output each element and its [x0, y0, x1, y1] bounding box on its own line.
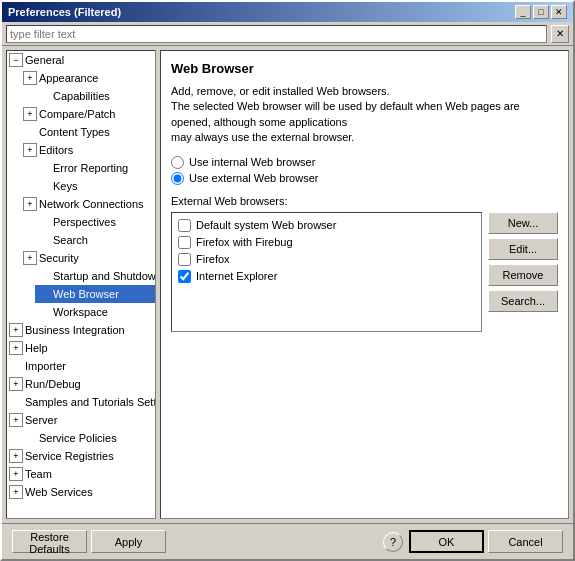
tree-item-help[interactable]: + Help: [7, 339, 155, 357]
remove-button[interactable]: Remove: [488, 264, 558, 286]
apply-button[interactable]: Apply: [91, 530, 166, 553]
tree-label-team: Team: [25, 468, 52, 480]
tree-label-business-integration: Business Integration: [25, 324, 125, 336]
tree-item-service-registries[interactable]: + Service Registries: [7, 447, 155, 465]
browser-item-firefox[interactable]: Firefox: [176, 251, 477, 268]
section-title: Web Browser: [171, 61, 558, 76]
expander-help[interactable]: +: [9, 341, 23, 355]
browsers-panel[interactable]: Default system Web browser Firefox with …: [171, 212, 482, 332]
tree-item-web-services[interactable]: + Web Services: [7, 483, 155, 501]
expander-web-browser: [37, 287, 51, 301]
tree-item-capabilities[interactable]: Capabilities: [35, 87, 155, 105]
expander-general[interactable]: −: [9, 53, 23, 67]
main-content: − General + Appearance Capabilities: [2, 46, 573, 523]
tree-item-general[interactable]: − General: [7, 51, 155, 69]
expander-editors[interactable]: +: [23, 143, 37, 157]
browser-checkbox-default[interactable]: [178, 219, 191, 232]
browser-label-firebug: Firefox with Firebug: [196, 236, 293, 248]
right-buttons: New... Edit... Remove Search...: [488, 212, 558, 336]
cancel-button[interactable]: Cancel: [488, 530, 563, 553]
window-title: Preferences (Filtered): [8, 6, 121, 18]
help-button[interactable]: ?: [383, 532, 403, 552]
description: Add, remove, or edit installed Web brows…: [171, 84, 558, 146]
tree-label-web-services: Web Services: [25, 486, 93, 498]
expander-appearance[interactable]: +: [23, 71, 37, 85]
browser-item-firebug[interactable]: Firefox with Firebug: [176, 234, 477, 251]
expander-service-registries[interactable]: +: [9, 449, 23, 463]
expander-perspectives: [37, 215, 51, 229]
tree-item-error-reporting[interactable]: Error Reporting: [35, 159, 155, 177]
tree-label-editors: Editors: [39, 144, 73, 156]
browser-checkbox-ie[interactable]: [178, 270, 191, 283]
radio-item-external[interactable]: Use external Web browser: [171, 172, 558, 185]
radio-group: Use internal Web browser Use external We…: [171, 156, 558, 185]
browser-checkbox-firefox[interactable]: [178, 253, 191, 266]
maximize-button[interactable]: □: [533, 5, 549, 19]
tree-item-editors[interactable]: + Editors: [21, 141, 155, 159]
expander-workspace: [37, 305, 51, 319]
browser-label-default: Default system Web browser: [196, 219, 336, 231]
expander-samples: [9, 395, 23, 409]
minimize-button[interactable]: _: [515, 5, 531, 19]
ok-button[interactable]: OK: [409, 530, 484, 553]
filter-input[interactable]: [6, 25, 547, 43]
tree-item-content-types[interactable]: Content Types: [21, 123, 155, 141]
tree-label-content-types: Content Types: [39, 126, 110, 138]
preferences-window: Preferences (Filtered) _ □ ✕ ✕ − General: [0, 0, 575, 561]
tree-item-compare-patch[interactable]: + Compare/Patch: [21, 105, 155, 123]
tree-label-startup-shutdown: Startup and Shutdown: [53, 270, 156, 282]
expander-run-debug[interactable]: +: [9, 377, 23, 391]
browser-item-ie[interactable]: Internet Explorer: [176, 268, 477, 285]
tree-label-security: Security: [39, 252, 79, 264]
expander-content-types: [23, 125, 37, 139]
tree-item-samples[interactable]: Samples and Tutorials Settings: [7, 393, 155, 411]
tree-item-search[interactable]: Search: [35, 231, 155, 249]
tree-item-importer[interactable]: Importer: [7, 357, 155, 375]
tree-item-team[interactable]: + Team: [7, 465, 155, 483]
tree-label-perspectives: Perspectives: [53, 216, 116, 228]
bottom-bar: Restore Defaults Apply ? OK Cancel: [2, 523, 573, 559]
edit-button[interactable]: Edit...: [488, 238, 558, 260]
expander-compare-patch[interactable]: +: [23, 107, 37, 121]
tree-item-security[interactable]: + Security: [21, 249, 155, 267]
expander-keys: [37, 179, 51, 193]
clear-filter-button[interactable]: ✕: [551, 25, 569, 43]
restore-defaults-button[interactable]: Restore Defaults: [12, 530, 87, 553]
tree-item-service-policies[interactable]: Service Policies: [21, 429, 155, 447]
tree-label-search: Search: [53, 234, 88, 246]
radio-item-internal[interactable]: Use internal Web browser: [171, 156, 558, 169]
browsers-section: Default system Web browser Firefox with …: [171, 212, 558, 336]
expander-server[interactable]: +: [9, 413, 23, 427]
expander-web-services[interactable]: +: [9, 485, 23, 499]
tree-item-workspace[interactable]: Workspace: [35, 303, 155, 321]
browser-checkbox-firebug[interactable]: [178, 236, 191, 249]
radio-internal[interactable]: [171, 156, 184, 169]
close-button[interactable]: ✕: [551, 5, 567, 19]
browser-item-default[interactable]: Default system Web browser: [176, 217, 477, 234]
search-button[interactable]: Search...: [488, 290, 558, 312]
tree-label-run-debug: Run/Debug: [25, 378, 81, 390]
tree-item-perspectives[interactable]: Perspectives: [35, 213, 155, 231]
radio-external[interactable]: [171, 172, 184, 185]
title-bar-buttons: _ □ ✕: [515, 5, 567, 19]
tree-item-network-connections[interactable]: + Network Connections: [21, 195, 155, 213]
tree-item-keys[interactable]: Keys: [35, 177, 155, 195]
tree-item-run-debug[interactable]: + Run/Debug: [7, 375, 155, 393]
tree-label-service-policies: Service Policies: [39, 432, 117, 444]
toolbar: ✕: [2, 22, 573, 46]
expander-network-connections[interactable]: +: [23, 197, 37, 211]
browser-label-firefox: Firefox: [196, 253, 230, 265]
tree-label-web-browser: Web Browser: [53, 288, 119, 300]
tree-item-startup-shutdown[interactable]: Startup and Shutdown: [35, 267, 155, 285]
expander-team[interactable]: +: [9, 467, 23, 481]
tree-item-web-browser[interactable]: Web Browser: [35, 285, 155, 303]
tree-label-network-connections: Network Connections: [39, 198, 144, 210]
new-button[interactable]: New...: [488, 212, 558, 234]
tree-item-server[interactable]: + Server: [7, 411, 155, 429]
expander-security[interactable]: +: [23, 251, 37, 265]
expander-service-policies: [23, 431, 37, 445]
tree-item-business-integration[interactable]: + Business Integration: [7, 321, 155, 339]
tree-label-workspace: Workspace: [53, 306, 108, 318]
expander-business-integration[interactable]: +: [9, 323, 23, 337]
tree-item-appearance[interactable]: + Appearance: [21, 69, 155, 87]
